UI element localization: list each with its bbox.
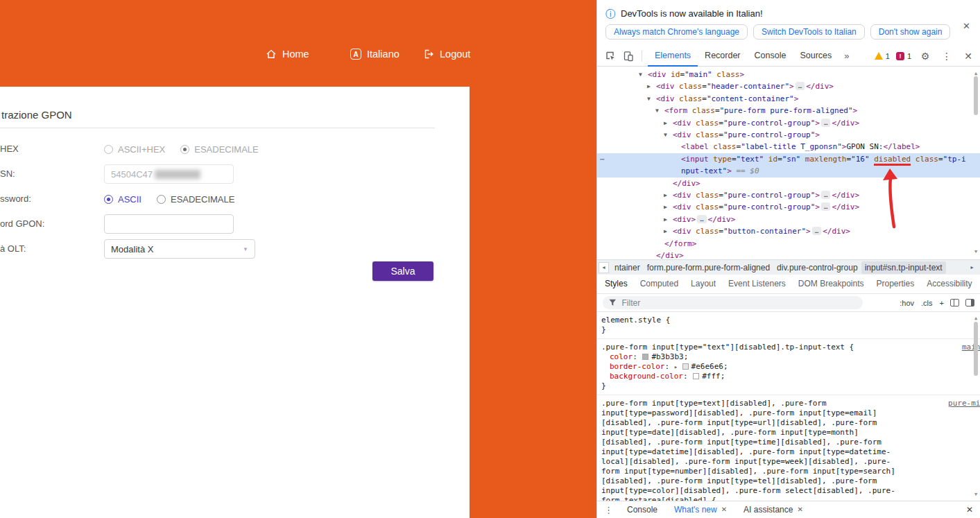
issues-badge[interactable]: ! 1 [896, 52, 911, 60]
banner-button-always-match-chrome-s-language[interactable]: Always match Chrome's language [605, 24, 748, 40]
tab-sources[interactable]: Sources [793, 46, 839, 67]
tree-node[interactable]: </div> [597, 250, 980, 259]
breadcrumb-item[interactable]: form.pure-form.pure-form-aligned [644, 261, 773, 274]
drawer-tab-console[interactable]: Console [620, 501, 664, 518]
collapse-arrow-icon[interactable]: ▼ [647, 93, 651, 105]
elements-scrollbar[interactable]: ▲ ▼ [972, 68, 979, 258]
sidebar-tab-properties[interactable]: Properties [870, 275, 921, 293]
nav-home[interactable]: Home [266, 43, 309, 65]
collapse-arrow-icon[interactable]: ▼ [639, 69, 642, 80]
collapse-arrow-icon[interactable]: ▼ [664, 129, 667, 141]
color-swatch[interactable] [693, 373, 699, 379]
nav-language[interactable]: A Italiano [350, 43, 399, 65]
tree-node[interactable]: ▶<div class="pure-control-group">…</div> [597, 189, 980, 201]
banner-button-don-t-show-again[interactable]: Don't show again [870, 24, 951, 40]
tree-node[interactable]: ▼<div class="pure-control-group"> [597, 129, 980, 141]
drawer-kebab-icon[interactable]: ⋮ [601, 505, 616, 515]
settings-gear-icon[interactable]: ⚙ [918, 49, 933, 64]
collapsed-children-icon[interactable]: … [796, 82, 805, 90]
tree-node[interactable]: ▶<div class="pure-control-group">…</div> [597, 117, 980, 129]
expand-arrow-icon[interactable]: ▶ [664, 225, 667, 237]
warnings-badge[interactable]: 1 [875, 52, 890, 60]
tree-node[interactable]: ▶<div class="pure-control-group">…</div> [597, 201, 980, 213]
sidebar-tab-computed[interactable]: Computed [634, 275, 685, 293]
expand-shorthand-icon[interactable]: ▸ [674, 363, 682, 370]
breadcrumb-item[interactable]: div.pure-control-group [773, 261, 861, 274]
tab-recorder[interactable]: Recorder [698, 46, 747, 67]
scrollbar-thumb[interactable] [974, 322, 978, 376]
expand-arrow-icon[interactable]: ▶ [664, 201, 667, 213]
radio-option-esadecimale[interactable]: ESADECIMALE [157, 194, 234, 205]
tree-node[interactable]: <label class="label-title T_gponsn">GPON… [597, 141, 980, 153]
tree-node[interactable]: ⋯<input type="text" id="sn" maxlength="1… [597, 153, 980, 178]
rule-selector[interactable]: .pure-form input[type="text"][disabled].… [601, 343, 854, 352]
radio-icon[interactable] [104, 195, 113, 204]
breadcrumb-item[interactable]: ntainer [611, 261, 644, 274]
olt-mode-select[interactable]: Modalità X▼ [104, 239, 255, 259]
sidebar-layout-icon[interactable] [965, 299, 974, 307]
collapse-arrow-icon[interactable]: ▼ [655, 105, 659, 116]
collapsed-children-icon[interactable]: … [812, 227, 821, 235]
breadcrumb-scroll-right-icon[interactable]: ▸ [967, 262, 977, 273]
filter-input[interactable] [620, 297, 857, 309]
collapsed-children-icon[interactable]: … [697, 215, 706, 223]
breadcrumb-scroll-left-icon[interactable]: ◂ [599, 262, 609, 273]
nav-logout[interactable]: Logout [423, 43, 470, 65]
expand-arrow-icon[interactable]: ▶ [664, 117, 667, 129]
close-icon[interactable]: ✕ [721, 501, 727, 518]
color-swatch[interactable] [642, 354, 648, 360]
sidebar-tab-accessibility[interactable]: Accessibility [920, 275, 978, 293]
color-swatch[interactable] [682, 363, 689, 370]
kebab-menu-icon[interactable]: ⋮ [939, 49, 954, 64]
filter-toggle-cls[interactable]: .cls [921, 299, 933, 307]
drawer-tab-ai-assistance[interactable]: AI assistance✕ [737, 501, 810, 518]
styles-filter[interactable] [603, 296, 863, 309]
tree-node[interactable]: ▶<div class="header-container">…</div> [597, 80, 980, 92]
sidebar-tab-dom-breakpoints[interactable]: DOM Breakpoints [792, 275, 870, 293]
tree-node[interactable]: ▶<div>…</div> [597, 214, 980, 225]
more-tabs-icon[interactable]: » [841, 51, 852, 61]
css-declaration[interactable]: color: #b3b3b3; [601, 352, 968, 362]
radio-icon[interactable] [104, 145, 113, 154]
rule-selector[interactable]: .pure-form input[type=text][disabled], .… [601, 399, 895, 501]
expand-arrow-icon[interactable]: ▶ [647, 80, 651, 92]
tree-node[interactable]: ▼<div class="content-container"> [597, 93, 980, 105]
expand-arrow-icon[interactable]: ▶ [664, 189, 667, 201]
styles-scrollbar[interactable]: ▲ ▼ [972, 313, 979, 499]
drawer-tab-what-s-new[interactable]: What's new✕ [667, 501, 734, 518]
devtools-close-icon[interactable]: ✕ [961, 49, 976, 64]
save-button[interactable]: Salva [372, 261, 433, 281]
tab-console[interactable]: Console [748, 46, 793, 67]
inspect-element-icon[interactable] [603, 49, 618, 64]
filter-toggle-[interactable]: + [940, 299, 944, 307]
banner-button-switch-devtools-to-italian[interactable]: Switch DevTools to Italian [753, 24, 865, 40]
radio-option-esadecimale[interactable]: ESADECIMALE [180, 144, 258, 155]
filter-toggle-hov[interactable]: :hov [900, 299, 914, 307]
tab-elements[interactable]: Elements [648, 46, 698, 67]
sidebar-tab-event-listeners[interactable]: Event Listeners [722, 275, 792, 293]
gpon-password-input[interactable] [104, 214, 234, 234]
scroll-down-icon[interactable]: ▼ [972, 490, 979, 499]
gpon-sn-input[interactable]: 54504C47 [104, 164, 234, 184]
radio-icon[interactable] [157, 195, 166, 204]
radio-icon[interactable] [180, 145, 189, 154]
element-style-open[interactable]: element.style { [601, 316, 968, 325]
close-icon[interactable]: ✕ [797, 501, 802, 518]
computed-panel-icon[interactable] [950, 299, 959, 307]
drawer-close-icon[interactable]: ✕ [966, 505, 973, 515]
device-toolbar-icon[interactable] [621, 49, 636, 64]
scrollbar-thumb[interactable] [974, 76, 978, 115]
sidebar-tab-layout[interactable]: Layout [685, 275, 722, 293]
tree-node[interactable]: ▼<form class="pure-form pure-form-aligne… [597, 105, 980, 116]
collapsed-children-icon[interactable]: … [821, 202, 830, 211]
banner-close-icon[interactable]: ✕ [963, 21, 970, 31]
tree-node[interactable]: </div> [597, 178, 980, 189]
tree-node[interactable]: </form> [597, 238, 980, 250]
breadcrumb-item[interactable]: input#sn.tp-input-text [861, 261, 946, 274]
scroll-down-icon[interactable]: ▼ [972, 246, 979, 258]
radio-option-ascii-hex[interactable]: ASCII+HEX [104, 144, 165, 155]
css-declaration[interactable]: border-color: ▸ #e6e6e6; [601, 362, 968, 372]
node-menu-icon[interactable]: ⋯ [600, 153, 605, 165]
collapsed-children-icon[interactable]: … [821, 191, 830, 199]
sidebar-tab-styles[interactable]: Styles [599, 275, 634, 293]
